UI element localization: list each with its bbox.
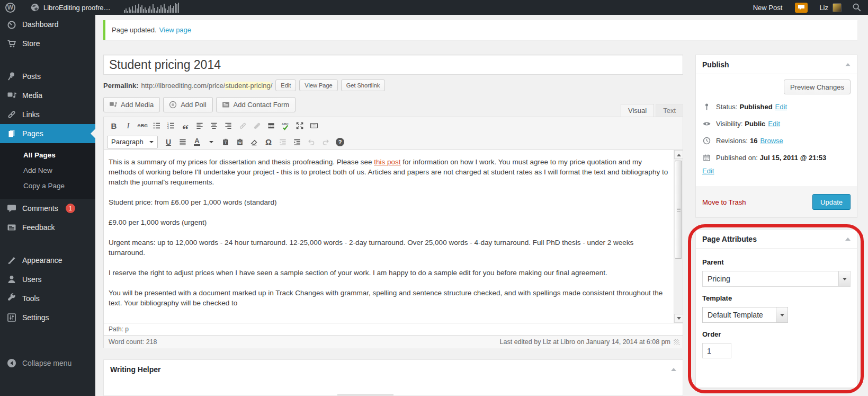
search-icon[interactable]: [852, 3, 862, 12]
admin-sidebar: Dashboard Store Posts Media Links Pages …: [0, 15, 95, 396]
sidebar-item-links[interactable]: Links: [0, 105, 95, 124]
pages-submenu: All Pages Add New Copy a Page: [0, 143, 95, 199]
scrollbar-thumb[interactable]: [675, 161, 682, 259]
sidebar-item-posts[interactable]: Posts: [0, 67, 95, 86]
paragraph-format-select[interactable]: Paragraph: [107, 136, 158, 148]
feedback-icon: [6, 222, 17, 233]
move-to-trash-link[interactable]: Move to Trash: [702, 198, 746, 206]
new-post-button[interactable]: New Post: [753, 4, 783, 12]
remove-formatting-button[interactable]: [247, 136, 261, 148]
bold-button[interactable]: B: [107, 119, 121, 132]
more-tag-button[interactable]: [264, 119, 278, 132]
remove-link-button[interactable]: [250, 119, 264, 132]
indent-button[interactable]: [290, 136, 304, 148]
proofread-button[interactable]: ABC: [279, 119, 292, 132]
text-color-button[interactable]: A: [190, 136, 204, 148]
align-center-button[interactable]: [207, 119, 221, 132]
sidebar-item-appearance[interactable]: Appearance: [0, 251, 95, 270]
get-shortlink-button[interactable]: Get Shortlink: [341, 80, 386, 91]
bulleted-list-button[interactable]: [150, 119, 164, 132]
text-color-dropdown[interactable]: [204, 136, 218, 148]
sidebar-item-tools[interactable]: Tools: [0, 289, 95, 308]
outdent-button[interactable]: [276, 136, 290, 148]
avatar[interactable]: [833, 3, 842, 12]
wordpress-logo-icon[interactable]: W: [5, 3, 15, 13]
clock-icon: [702, 136, 711, 145]
pages-icon: [6, 128, 17, 139]
select-dropdown-button[interactable]: [838, 271, 850, 286]
kitchen-sink-button[interactable]: [307, 119, 321, 132]
underline-button[interactable]: U: [162, 136, 175, 148]
sidebar-item-feedback[interactable]: Feedback: [0, 218, 95, 237]
italic-button[interactable]: I: [121, 119, 135, 132]
editor-scrollbar[interactable]: [674, 150, 683, 323]
resize-grip-icon[interactable]: [674, 339, 679, 345]
sidebar-item-pages[interactable]: Pages: [0, 124, 95, 143]
sidebar-item-users[interactable]: Users: [0, 270, 95, 289]
pushpin-icon: [6, 71, 17, 82]
browse-revisions-link[interactable]: Browse: [760, 137, 783, 145]
parent-label: Parent: [702, 258, 851, 266]
redo-button[interactable]: [319, 136, 333, 148]
select-dropdown-button[interactable]: [776, 307, 788, 322]
collapse-toggle-icon[interactable]: [845, 235, 851, 241]
paste-from-word-button[interactable]: W: [233, 136, 247, 148]
collapse-menu-button[interactable]: Collapse menu: [0, 358, 95, 368]
scroll-down-button[interactable]: [674, 314, 683, 323]
collapse-arrow-icon: [6, 358, 17, 368]
account-name[interactable]: Liz: [819, 4, 828, 12]
edit-status-link[interactable]: Edit: [775, 103, 787, 111]
sidebar-item-dashboard[interactable]: Dashboard: [0, 15, 95, 34]
page-attributes-header[interactable]: Page Attributes: [696, 230, 857, 249]
align-left-button[interactable]: [193, 119, 207, 132]
special-character-button[interactable]: Ω: [262, 136, 275, 148]
stats-sparkline-icon[interactable]: [124, 2, 180, 13]
scroll-up-button[interactable]: [674, 150, 683, 159]
edit-permalink-button[interactable]: Edit: [275, 80, 296, 91]
order-input[interactable]: [702, 343, 731, 358]
justify-button[interactable]: [176, 136, 190, 148]
fullscreen-button[interactable]: [293, 119, 307, 132]
edit-visibility-link[interactable]: Edit: [768, 120, 780, 128]
numbered-list-button[interactable]: 123: [164, 119, 178, 132]
this-post-link[interactable]: this post: [374, 158, 400, 166]
media-icon: [6, 90, 17, 101]
svg-text:ABC: ABC: [281, 122, 289, 125]
sidebar-item-media[interactable]: Media: [0, 86, 95, 105]
admin-bar-site-menu[interactable]: LibroEditing proofre…: [30, 3, 110, 12]
strikethrough-button[interactable]: ABC: [136, 119, 149, 132]
template-select[interactable]: Default Template: [702, 307, 788, 323]
help-button[interactable]: ?: [333, 136, 347, 148]
collapse-toggle-icon[interactable]: [671, 365, 676, 371]
sidebar-item-all-pages[interactable]: All Pages: [0, 147, 95, 163]
view-page-link[interactable]: View page: [159, 26, 191, 34]
tab-text[interactable]: Text: [656, 104, 683, 117]
paste-as-text-button[interactable]: T: [219, 136, 232, 148]
align-right-button[interactable]: [221, 119, 235, 132]
editor-toolbar-row2: Paragraph U A T W Ω ?: [104, 134, 683, 150]
sidebar-item-settings[interactable]: Settings: [0, 308, 95, 327]
settings-sliders-icon: [6, 312, 17, 323]
edit-published-date-link[interactable]: Edit: [702, 167, 714, 175]
blockquote-button[interactable]: “: [178, 119, 192, 132]
page-attributes-metabox: Page Attributes Parent Pricing Template …: [695, 229, 857, 388]
admin-bar: W LibroEditing proofre… New Post Liz: [0, 0, 868, 15]
tab-visual[interactable]: Visual: [621, 104, 654, 117]
undo-button[interactable]: [305, 136, 318, 148]
update-button[interactable]: Update: [812, 194, 851, 210]
sidebar-item-store[interactable]: Store: [0, 34, 95, 53]
sidebar-item-comments[interactable]: Comments 1: [0, 199, 95, 218]
publish-header[interactable]: Publish: [696, 55, 857, 74]
paragraph: Student price: from £6.00 per 1,000 word…: [109, 197, 669, 207]
chevron-down-icon: [780, 314, 784, 319]
preview-changes-button[interactable]: Preview Changes: [784, 80, 851, 94]
parent-select[interactable]: Pricing: [702, 271, 851, 287]
comments-bubble-button[interactable]: [795, 3, 808, 13]
insert-link-button[interactable]: [236, 119, 249, 132]
editor-content[interactable]: This is a summary of my prices for disse…: [104, 150, 683, 323]
view-page-button[interactable]: View Page: [299, 80, 337, 91]
sidebar-item-add-new[interactable]: Add New: [0, 163, 95, 178]
sidebar-item-copy-a-page[interactable]: Copy a Page: [0, 178, 95, 193]
collapse-toggle-icon[interactable]: [845, 60, 851, 66]
title-input[interactable]: [103, 55, 683, 75]
